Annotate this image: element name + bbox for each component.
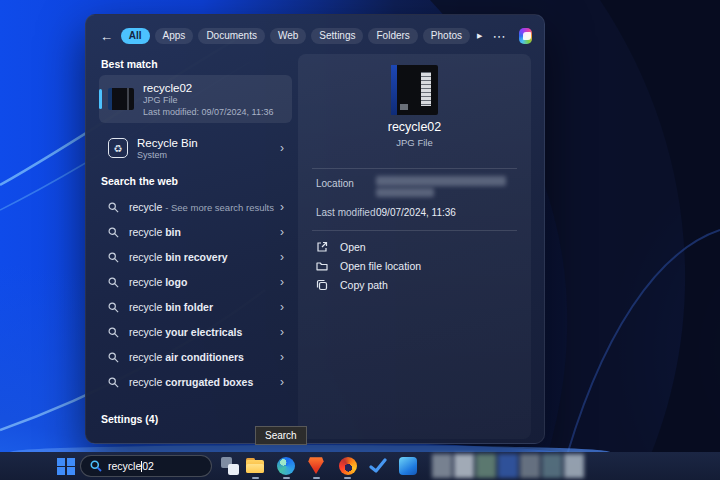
best-match-header: Best match xyxy=(101,58,158,70)
more-tabs-icon[interactable]: ▶ xyxy=(477,32,482,40)
running-indicator xyxy=(283,477,290,480)
edge-browser-icon[interactable] xyxy=(277,457,295,475)
checkmark-app-icon[interactable] xyxy=(369,457,387,475)
file-explorer-icon[interactable] xyxy=(246,458,264,473)
tab-web[interactable]: Web xyxy=(270,28,306,44)
tab-apps[interactable]: Apps xyxy=(155,28,194,44)
tab-settings[interactable]: Settings xyxy=(311,28,363,44)
suggestion-text: recycle air conditioners xyxy=(129,351,280,363)
location-label: Location xyxy=(316,178,354,189)
folder-icon xyxy=(316,260,328,272)
result-recycle-bin[interactable]: ♻ Recycle Bin System › xyxy=(99,130,292,166)
suggestion-text: recycle your electricals xyxy=(129,326,280,338)
web-suggestion[interactable]: recycle air conditioners › xyxy=(99,346,292,368)
running-indicator xyxy=(313,477,320,480)
search-tooltip: Search xyxy=(255,426,307,445)
action-copy-path-label: Copy path xyxy=(340,279,388,291)
web-suggestion[interactable]: recycle bin folder › xyxy=(99,296,292,318)
windows-search-panel: ← All Apps Documents Web Settings Folder… xyxy=(85,14,545,444)
search-the-web-header: Search the web xyxy=(101,175,178,187)
suggestion-text: recycle bin recovery xyxy=(129,251,280,263)
action-open[interactable]: Open xyxy=(316,240,366,254)
best-match-filetype: JPG File xyxy=(143,95,273,105)
file-preview-thumbnail xyxy=(391,65,438,115)
taskbar: recycle02 xyxy=(0,452,720,480)
search-icon xyxy=(108,277,119,288)
firefox-browser-icon[interactable] xyxy=(339,457,357,475)
open-icon xyxy=(316,241,328,253)
chevron-right-icon[interactable]: › xyxy=(280,142,284,154)
details-title: recycle02 xyxy=(298,120,531,134)
task-view-button[interactable] xyxy=(221,457,239,475)
web-suggestion[interactable]: recycle logo › xyxy=(99,271,292,293)
file-details-pane: recycle02 JPG File Location Last modifie… xyxy=(298,54,531,439)
last-modified-label: Last modified xyxy=(316,207,375,218)
best-match-title: recycle02 xyxy=(143,82,273,94)
action-open-label: Open xyxy=(340,241,366,253)
suggestion-text: recycle - See more search results xyxy=(129,201,280,213)
web-suggestion[interactable]: recycle bin › xyxy=(99,221,292,243)
chevron-right-icon[interactable]: › xyxy=(280,351,284,363)
file-thumbnail xyxy=(108,88,134,110)
best-match-item[interactable]: recycle02 JPG File Last modified: 09/07/… xyxy=(99,75,292,123)
chevron-right-icon[interactable]: › xyxy=(280,201,284,213)
divider xyxy=(312,168,517,169)
options-ellipsis-icon[interactable]: ⋯ xyxy=(492,29,506,44)
search-icon xyxy=(108,227,119,238)
taskbar-search-box[interactable]: recycle02 xyxy=(80,455,212,477)
redacted-location-line2 xyxy=(376,188,434,197)
search-icon xyxy=(108,352,119,363)
copilot-icon[interactable] xyxy=(519,28,532,44)
search-icon xyxy=(108,202,119,213)
tab-all[interactable]: All xyxy=(121,28,150,44)
running-indicator xyxy=(344,477,351,480)
suggestion-text: recycle logo xyxy=(129,276,280,288)
action-open-file-location[interactable]: Open file location xyxy=(316,259,421,273)
action-open-file-location-label: Open file location xyxy=(340,260,421,272)
taskbar-search-query: recycle02 xyxy=(108,460,154,472)
chevron-right-icon[interactable]: › xyxy=(280,376,284,388)
tab-folders[interactable]: Folders xyxy=(368,28,417,44)
search-icon xyxy=(90,460,102,472)
tab-documents[interactable]: Documents xyxy=(198,28,265,44)
recycle-bin-subtitle: System xyxy=(137,150,280,160)
action-copy-path[interactable]: Copy path xyxy=(316,278,388,292)
redacted-location-line1 xyxy=(376,176,506,186)
search-icon xyxy=(108,377,119,388)
web-suggestion[interactable]: recycle - See more search results › xyxy=(99,196,292,218)
redacted-taskbar-icons xyxy=(432,454,584,478)
blue-app-icon[interactable] xyxy=(399,457,417,475)
recycle-bin-title: Recycle Bin xyxy=(137,137,280,149)
details-filetype: JPG File xyxy=(298,137,531,148)
back-arrow-icon[interactable]: ← xyxy=(100,29,116,44)
web-suggestion[interactable]: recycle your electricals › xyxy=(99,321,292,343)
copy-icon xyxy=(316,279,328,291)
best-match-modified: Last modified: 09/07/2024, 11:36 xyxy=(143,107,273,117)
chevron-right-icon[interactable]: › xyxy=(280,326,284,338)
search-icon xyxy=(108,327,119,338)
chevron-right-icon[interactable]: › xyxy=(280,301,284,313)
chevron-right-icon[interactable]: › xyxy=(280,226,284,238)
search-icon xyxy=(108,302,119,313)
search-filter-bar: ← All Apps Documents Web Settings Folder… xyxy=(100,26,532,46)
brave-browser-icon[interactable] xyxy=(308,457,324,474)
chevron-right-icon[interactable]: › xyxy=(280,276,284,288)
suggestion-text: recycle bin folder xyxy=(129,301,280,313)
suggestion-text: recycle bin xyxy=(129,226,280,238)
windows-start-button[interactable] xyxy=(57,458,75,476)
recycle-bin-icon: ♻ xyxy=(108,138,128,158)
running-indicator xyxy=(252,477,259,480)
web-suggestion[interactable]: recycle corrugated boxes › xyxy=(99,371,292,393)
last-modified-value: 09/07/2024, 11:36 xyxy=(376,207,456,218)
divider xyxy=(312,230,517,231)
tab-photos[interactable]: Photos xyxy=(423,28,470,44)
settings-section-header[interactable]: Settings (4) xyxy=(101,413,158,425)
search-icon xyxy=(108,252,119,263)
web-suggestion[interactable]: recycle bin recovery › xyxy=(99,246,292,268)
chevron-right-icon[interactable]: › xyxy=(280,251,284,263)
suggestion-text: recycle corrugated boxes xyxy=(129,376,280,388)
selection-accent-bar xyxy=(99,89,102,109)
